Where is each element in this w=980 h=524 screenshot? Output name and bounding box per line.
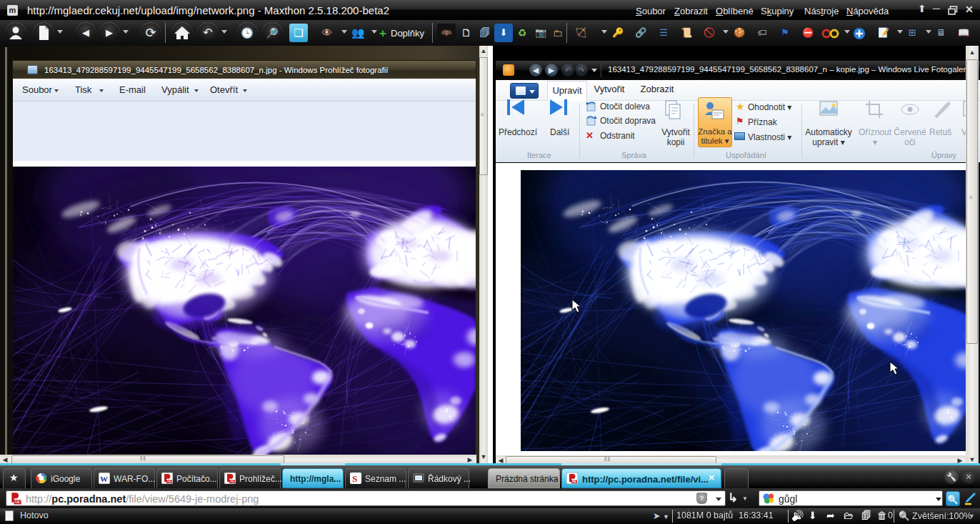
- svg-text:NET: NET: [572, 480, 578, 483]
- svg-text:NET: NET: [15, 500, 22, 504]
- svg-text:NET: NET: [167, 480, 173, 483]
- svg-text:S: S: [352, 473, 357, 484]
- svg-text:NET: NET: [230, 480, 236, 483]
- svg-text:W: W: [100, 475, 108, 483]
